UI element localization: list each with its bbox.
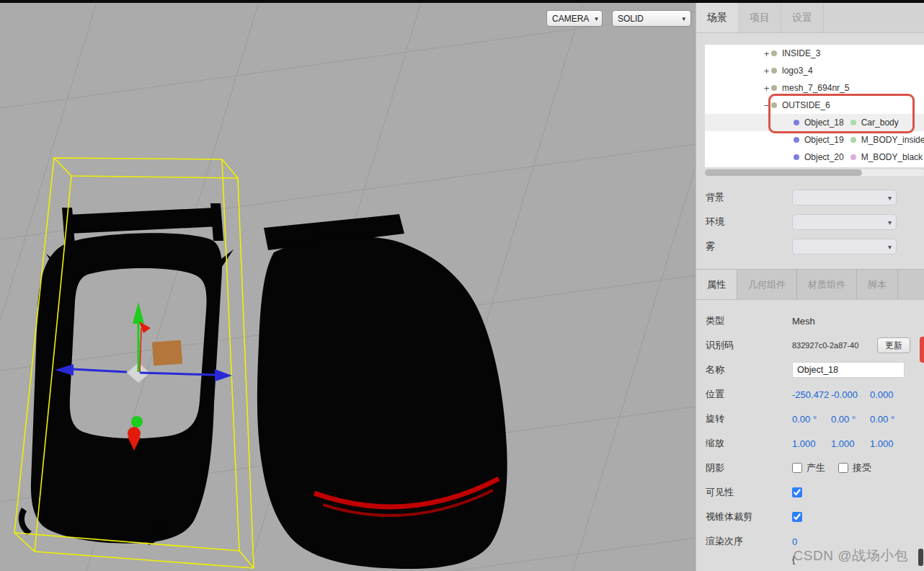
material-dot-icon <box>850 137 856 143</box>
scale-y-number[interactable]: 1.000 <box>831 438 870 449</box>
shadow-cast-label: 产生 <box>807 461 825 474</box>
frustum-cull-checkbox[interactable] <box>792 512 802 522</box>
environment-row: 环境 ▾ <box>696 210 924 234</box>
tab-geometry[interactable]: 几何组件 <box>737 270 797 299</box>
name-label: 名称 <box>706 363 792 376</box>
visible-checkbox[interactable] <box>792 487 802 497</box>
viewport[interactable]: CAMERA ▾ SOLID ▾ <box>0 3 696 571</box>
environment-select[interactable]: ▾ <box>792 214 897 230</box>
name-input[interactable] <box>792 362 905 378</box>
environment-label: 环境 <box>706 216 792 229</box>
outliner-row-logo3[interactable]: + logo3_4 <box>705 62 924 79</box>
rotation-z-number[interactable]: 0.00 ° <box>870 414 909 425</box>
position-x-number[interactable]: -250.472 <box>792 389 831 400</box>
chevron-down-icon: ▾ <box>888 218 892 226</box>
scrollbar-thumb[interactable] <box>705 169 862 176</box>
position-label: 位置 <box>706 388 792 401</box>
vertical-scrollbar-thumb[interactable] <box>918 549 923 566</box>
window-top-edge <box>0 0 924 3</box>
outliner-row-object19[interactable]: Object_19 M_BODY_inside <box>705 131 924 149</box>
rotation-y-number[interactable]: 0.00 ° <box>831 414 870 425</box>
scene-prop-box <box>152 340 182 366</box>
type-label: 类型 <box>706 314 792 327</box>
tab-scene[interactable]: 场景 <box>696 3 739 32</box>
outliner-material-label: M_BODY_black <box>861 152 923 162</box>
fog-label: 雾 <box>706 240 792 253</box>
tab-label: 材质组件 <box>808 278 845 291</box>
tab-project[interactable]: 项目 <box>739 3 781 32</box>
uuid-value: 832927c0-2a87-40 <box>792 341 871 350</box>
outliner-material-label: M_BODY_inside <box>861 135 924 145</box>
tab-material[interactable]: 材质组件 <box>797 270 857 299</box>
sidebar-panel: 场景 项目 设置 + INSIDE_3 + logo3_4 + mesh_7_6… <box>696 3 924 571</box>
object-type-dot-icon <box>771 68 777 74</box>
chevron-down-icon: ▾ <box>888 243 892 251</box>
object-type-dot-icon <box>771 50 777 56</box>
render-order-number[interactable]: 0 <box>792 536 831 547</box>
object-type-dot-icon <box>771 102 777 108</box>
outliner-item-label: Object_20 <box>804 152 844 162</box>
rotation-x-number[interactable]: 0.00 ° <box>792 414 831 425</box>
collapse-toggle[interactable]: − <box>762 100 771 111</box>
scene-outliner[interactable]: + INSIDE_3 + logo3_4 + mesh_7_694nr_5 − … <box>705 45 924 167</box>
position-y-number[interactable]: -0.000 <box>831 389 870 400</box>
outliner-row-mesh7[interactable]: + mesh_7_694nr_5 <box>705 79 924 97</box>
tab-label: 设置 <box>792 12 812 25</box>
outliner-item-label: mesh_7_694nr_5 <box>782 83 849 93</box>
tab-script[interactable]: 脚本 <box>857 270 898 299</box>
position-row: 位置 -250.472 -0.000 0.000 <box>696 382 924 407</box>
object-type-dot-icon <box>771 85 777 91</box>
tab-label: 脚本 <box>868 278 887 291</box>
userdata-code-fragment: { <box>696 554 924 565</box>
tab-settings[interactable]: 设置 <box>781 3 824 32</box>
viewport-canvas[interactable] <box>0 3 696 571</box>
shadow-cast-checkbox[interactable] <box>792 463 802 473</box>
outliner-row-inside3[interactable]: + INSIDE_3 <box>705 45 924 62</box>
expand-toggle[interactable]: + <box>762 83 771 94</box>
gizmo-green-ball <box>131 416 143 428</box>
car-right <box>257 214 507 569</box>
object-properties: 类型 Mesh 识别码 832927c0-2a87-40 更新 名称 位置 -2… <box>696 309 924 565</box>
outliner-horizontal-scrollbar[interactable] <box>705 169 924 176</box>
render-order-label: 渲染次序 <box>706 535 792 548</box>
tab-label: 场景 <box>707 12 727 25</box>
expand-toggle[interactable]: + <box>762 66 771 76</box>
expand-toggle[interactable]: + <box>762 48 771 59</box>
outliner-row-object20[interactable]: Object_20 M_BODY_black <box>705 149 924 166</box>
scene-settings: 背景 ▾ 环境 ▾ 雾 ▾ <box>696 185 924 259</box>
tab-object-properties[interactable]: 属性 <box>696 270 737 299</box>
scale-x-number[interactable]: 1.000 <box>792 438 831 449</box>
shading-select[interactable]: SOLID ▾ <box>612 10 691 27</box>
type-row: 类型 Mesh <box>696 309 924 333</box>
chevron-down-icon: ▾ <box>595 15 598 22</box>
outliner-row-object18[interactable]: Object_18 Car_body <box>705 114 924 131</box>
property-tabbar: 属性 几何组件 材质组件 脚本 <box>696 269 924 300</box>
annotation-red-mark <box>920 337 924 363</box>
material-dot-icon <box>850 120 856 125</box>
type-value: Mesh <box>792 316 815 327</box>
visible-label: 可见性 <box>706 486 792 499</box>
camera-select[interactable]: CAMERA ▾ <box>546 10 603 27</box>
position-z-number[interactable]: 0.000 <box>870 389 909 400</box>
outliner-row-outside6[interactable]: − OUTSIDE_6 <box>705 97 924 114</box>
tab-label: 项目 <box>750 12 770 25</box>
shadow-receive-checkbox[interactable] <box>838 463 848 473</box>
tab-label: 几何组件 <box>748 278 786 291</box>
main-tabbar: 场景 项目 设置 <box>696 3 924 33</box>
shading-select-value: SOLID <box>618 14 644 24</box>
background-select[interactable]: ▾ <box>792 190 897 205</box>
visible-row: 可见性 <box>696 480 924 505</box>
shadow-label: 阴影 <box>706 461 792 474</box>
rotation-label: 旋转 <box>706 412 792 425</box>
rotation-row: 旋转 0.00 ° 0.00 ° 0.00 ° <box>696 407 924 431</box>
update-uuid-button[interactable]: 更新 <box>877 337 910 353</box>
background-row: 背景 ▾ <box>696 185 924 210</box>
fog-select[interactable]: ▾ <box>792 239 897 254</box>
mesh-type-dot-icon <box>794 137 799 143</box>
mesh-type-dot-icon <box>794 120 799 125</box>
material-dot-icon <box>850 154 856 160</box>
outliner-item-label: Object_18 <box>804 118 844 128</box>
scale-z-number[interactable]: 1.000 <box>870 438 909 449</box>
scale-row: 缩放 1.000 1.000 1.000 <box>696 431 924 456</box>
shadow-receive-label: 接受 <box>853 461 871 474</box>
